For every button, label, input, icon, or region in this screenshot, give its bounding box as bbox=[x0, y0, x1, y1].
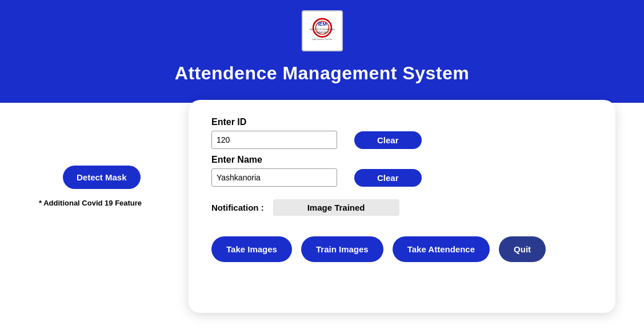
id-input-row: Clear bbox=[211, 131, 593, 149]
name-label: Enter Name bbox=[211, 155, 593, 165]
id-label: Enter ID bbox=[211, 117, 593, 127]
clear-id-button[interactable]: Clear bbox=[354, 131, 422, 149]
logo-icon: IEM INSTITUTE OF ENGINEERING & MANAGEMEN… bbox=[303, 14, 342, 48]
page-title: Attendence Management System bbox=[175, 63, 469, 84]
name-input[interactable] bbox=[211, 168, 337, 187]
covid-note: * Additional Covid 19 Feature bbox=[39, 199, 142, 207]
svg-text:IEM: IEM bbox=[318, 21, 327, 27]
train-images-button[interactable]: Train Images bbox=[301, 236, 383, 262]
bottom-buttons: Take Images Train Images Take Attendence… bbox=[211, 236, 593, 262]
name-input-row: Clear bbox=[211, 168, 593, 187]
notification-row: Notification : Image Trained bbox=[211, 199, 593, 216]
form-card: Enter ID Clear Enter Name Clear Notifica… bbox=[189, 100, 615, 313]
notification-label: Notification : bbox=[211, 203, 264, 212]
take-attendence-button[interactable]: Take Attendence bbox=[393, 236, 490, 262]
detect-mask-button[interactable]: Detect Mask bbox=[63, 166, 141, 189]
logo-container: IEM INSTITUTE OF ENGINEERING & MANAGEMEN… bbox=[302, 10, 343, 51]
id-field-row: Enter ID Clear bbox=[211, 117, 593, 149]
clear-name-button[interactable]: Clear bbox=[354, 169, 422, 187]
logo-box: IEM INSTITUTE OF ENGINEERING & MANAGEMEN… bbox=[302, 10, 343, 51]
take-images-button[interactable]: Take Images bbox=[211, 236, 292, 262]
svg-text:Quality Education. Good Jobs.: Quality Education. Good Jobs. bbox=[312, 38, 333, 41]
quit-button[interactable]: Quit bbox=[499, 236, 546, 262]
notification-value: Image Trained bbox=[273, 199, 399, 216]
name-field-row: Enter Name Clear bbox=[211, 155, 593, 187]
id-input[interactable] bbox=[211, 131, 337, 149]
svg-text:& MANAGEMENT: & MANAGEMENT bbox=[315, 31, 329, 34]
svg-text:INSTITUTE OF ENGINEERING: INSTITUTE OF ENGINEERING bbox=[310, 29, 335, 31]
